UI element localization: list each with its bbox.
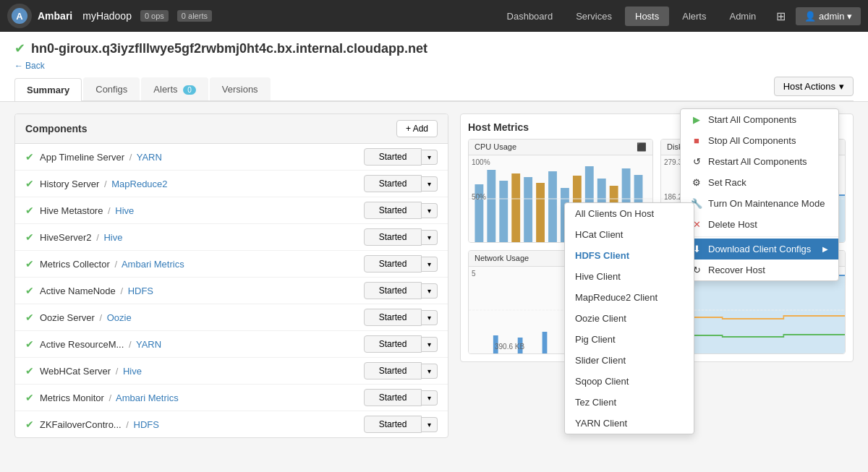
host-actions-button[interactable]: Host Actions ▾ (774, 77, 854, 96)
comp-name-2: Hive Metastore / Hive (40, 205, 358, 216)
status-button-1[interactable]: Started (364, 175, 422, 192)
table-row: ✔ Metrics Monitor / Ambari Metrics Start… (15, 385, 448, 411)
status-dropdown-10: Started ▾ (364, 416, 438, 433)
submenu-hive-client[interactable]: Hive Client (565, 266, 694, 287)
table-row: ✔ Active NameNode / HDFS Started ▾ (15, 278, 448, 304)
status-icon-5: ✔ (25, 285, 34, 296)
svg-rect-4 (499, 181, 508, 242)
status-caret-10[interactable]: ▾ (422, 417, 438, 432)
menu-stop-all[interactable]: ■ Stop All Components (681, 130, 838, 151)
status-caret-0[interactable]: ▾ (422, 150, 438, 165)
status-caret-3[interactable]: ▾ (422, 230, 438, 245)
components-panel: Components + Add ✔ App Timeline Server /… (14, 113, 448, 438)
menu-recover-host[interactable]: ↻ Recover Host (681, 259, 838, 280)
page-header: ✔ hn0-giroux.q3iyzflllwye5gf2rwbmj0ht4c.… (0, 32, 868, 102)
nav-hosts[interactable]: Hosts (625, 7, 669, 26)
status-caret-7[interactable]: ▾ (422, 337, 438, 352)
status-button-6[interactable]: Started (364, 309, 422, 326)
menu-download-client[interactable]: ⬇ Download Client Configs ▶ (681, 239, 838, 259)
components-title: Components (25, 123, 88, 134)
nav-alerts[interactable]: Alerts (672, 7, 716, 26)
comp-service-2[interactable]: Hive (115, 205, 134, 216)
status-dropdown-8: Started ▾ (364, 362, 438, 379)
status-button-7[interactable]: Started (364, 335, 422, 353)
brand-name: Ambari (38, 10, 72, 22)
comp-name-1: History Server / MapReduce2 (40, 179, 358, 189)
status-caret-1[interactable]: ▾ (422, 176, 438, 192)
status-button-2[interactable]: Started (364, 202, 422, 219)
ops-badge[interactable]: 0 ops (140, 10, 169, 22)
submenu-oozie-client[interactable]: Oozie Client (565, 308, 694, 329)
menu-divider (681, 236, 838, 237)
status-button-8[interactable]: Started (364, 362, 422, 379)
status-button-4[interactable]: Started (364, 255, 422, 273)
comp-service-5[interactable]: HDFS (128, 286, 153, 296)
status-button-5[interactable]: Started (364, 282, 422, 299)
apps-grid-icon[interactable]: ⊞ (769, 5, 793, 27)
comp-service-3[interactable]: Hive (103, 232, 122, 243)
tab-versions[interactable]: Versions (210, 77, 271, 100)
nav-dashboard[interactable]: Dashboard (497, 7, 563, 26)
components-table: Components + Add ✔ App Timeline Server /… (14, 113, 448, 438)
submenu-pig-client[interactable]: Pig Client (565, 329, 694, 350)
nav-admin[interactable]: Admin (719, 7, 766, 26)
svg-rect-22 (542, 332, 548, 353)
status-caret-8[interactable]: ▾ (422, 364, 438, 379)
user-menu[interactable]: 👤 admin ▾ (796, 7, 861, 25)
status-icon-1: ✔ (25, 178, 34, 189)
back-link[interactable]: ← Back (14, 61, 854, 71)
tab-alerts[interactable]: Alerts 0 (141, 77, 208, 100)
add-component-button[interactable]: + Add (396, 120, 438, 137)
restart-icon: ↺ (691, 156, 702, 167)
comp-name-6: Oozie Server / Oozie (40, 312, 358, 323)
host-actions-menu: ▶ Start All Components ■ Stop All Compon… (680, 108, 839, 281)
menu-set-rack[interactable]: ⚙ Set Rack (681, 172, 838, 193)
submenu-hcat-client[interactable]: HCat Client (565, 224, 694, 245)
submenu-all-clients[interactable]: All Clients On Host (565, 203, 694, 224)
comp-name-7: Active ResourceM... / YARN (40, 339, 358, 350)
status-button-0[interactable]: Started (364, 148, 422, 166)
svg-rect-5 (511, 173, 520, 242)
tab-configs[interactable]: Configs (83, 77, 140, 100)
submenu-mapreduce2-client[interactable]: MapReduce2 Client (565, 287, 694, 308)
status-dropdown-3: Started ▾ (364, 228, 438, 246)
cpu-save-icon[interactable]: ⬛ (637, 142, 647, 152)
status-caret-9[interactable]: ▾ (422, 390, 438, 406)
comp-service-0[interactable]: YARN (137, 152, 162, 163)
status-caret-5[interactable]: ▾ (422, 283, 438, 299)
status-button-10[interactable]: Started (364, 416, 422, 433)
status-icon-8: ✔ (25, 365, 34, 377)
submenu-yarn-client[interactable]: YARN Client (565, 413, 694, 434)
ambari-logo: A (7, 4, 32, 28)
comp-service-6[interactable]: Oozie (107, 312, 132, 323)
menu-start-all[interactable]: ▶ Start All Components (681, 109, 838, 130)
tab-summary[interactable]: Summary (14, 78, 82, 101)
status-caret-6[interactable]: ▾ (422, 310, 438, 325)
cpu-chart-title: CPU Usage ⬛ (469, 140, 652, 155)
submenu-hdfs-client[interactable]: HDFS Client (565, 245, 694, 266)
alerts-badge[interactable]: 0 alerts (177, 10, 212, 22)
comp-service-7[interactable]: YARN (136, 339, 161, 350)
submenu-slider-client[interactable]: Slider Client (565, 350, 694, 371)
gear-icon: ⚙ (691, 177, 702, 188)
status-icon-9: ✔ (25, 392, 34, 403)
status-dropdown-2: Started ▾ (364, 202, 438, 219)
status-icon-6: ✔ (25, 312, 34, 323)
submenu-sqoop-client[interactable]: Sqoop Client (565, 371, 694, 392)
nav-services[interactable]: Services (566, 7, 622, 26)
menu-restart-all[interactable]: ↺ Restart All Components (681, 151, 838, 172)
comp-service-1[interactable]: MapReduce2 (111, 179, 167, 189)
components-panel-header: Components + Add (15, 114, 448, 144)
menu-delete-host[interactable]: ✕ Delete Host (681, 214, 838, 235)
status-caret-4[interactable]: ▾ (422, 257, 438, 272)
comp-name-4: Metrics Collector / Ambari Metrics (40, 259, 358, 270)
status-button-3[interactable]: Started (364, 228, 422, 246)
menu-maintenance[interactable]: 🔧 Turn On Maintenance Mode (681, 193, 838, 214)
comp-service-10[interactable]: HDFS (134, 419, 159, 430)
status-button-9[interactable]: Started (364, 389, 422, 406)
comp-service-4[interactable]: Ambari Metrics (122, 259, 184, 270)
status-caret-2[interactable]: ▾ (422, 203, 438, 218)
comp-service-8[interactable]: Hive (123, 366, 142, 377)
submenu-tez-client[interactable]: Tez Client (565, 392, 694, 413)
comp-service-9[interactable]: Ambari Metrics (116, 392, 179, 403)
